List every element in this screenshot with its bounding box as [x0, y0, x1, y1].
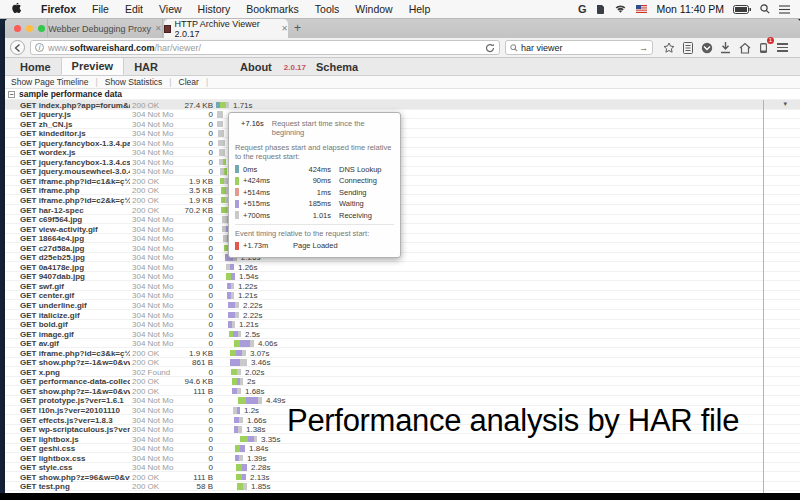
zoom-window-button[interactable] [38, 25, 45, 32]
table-row[interactable]: GET jquery.fancybox-1.3.4.css304 Not Mo0 [5, 157, 800, 167]
table-row[interactable]: GET c27d58a.jpg304 Not Mo03.11s [5, 243, 800, 253]
table-row[interactable]: GET jquery.fancybox-1.3.4.pack.js304 Not… [5, 138, 800, 148]
tab-webber-debugging-proxy[interactable]: Webber Debugging Proxy ✕ [47, 19, 163, 38]
waterfall-bar[interactable] [227, 292, 234, 299]
search-bar[interactable]: har viewer → [505, 40, 653, 55]
waterfall-bar[interactable] [234, 426, 242, 433]
waterfall-bar[interactable] [228, 312, 239, 319]
close-tab-icon[interactable]: ✕ [281, 24, 288, 33]
bookmark-star-icon[interactable] [662, 41, 675, 54]
waterfall-bar[interactable] [240, 436, 257, 443]
table-row[interactable]: GET kindeditor.js304 Not Mo0 [5, 129, 800, 139]
notification-center-icon[interactable] [779, 5, 790, 14]
table-row[interactable]: GET har-12-spec200 OK70.2 KB [5, 205, 800, 215]
table-row[interactable]: GET iframe.php?id=c3&k=ç¼éÈå¨200 OK1.9 K… [5, 348, 800, 358]
back-button[interactable] [10, 40, 25, 55]
waterfall-bar[interactable] [228, 321, 235, 328]
waterfall-bar[interactable] [220, 168, 227, 175]
home-icon[interactable] [738, 41, 751, 54]
close-window-button[interactable] [14, 25, 21, 32]
tab-about[interactable]: About [230, 59, 282, 75]
tab-http-archive-viewer[interactable]: HTTP Archive Viewer 2.0.17 ✕ [164, 19, 288, 38]
waterfall-bar[interactable] [218, 130, 224, 137]
table-row[interactable]: GET zh_CN.js304 Not Mo0 [5, 119, 800, 129]
toolbar-link-show-statistics[interactable]: Show Statistics [105, 77, 163, 87]
search-go-icon[interactable]: → [639, 43, 648, 53]
table-row[interactable]: GET bold.gif304 Not Mo01.21s [5, 320, 800, 330]
waterfall-bar[interactable] [234, 417, 243, 424]
waterfall-bar[interactable] [220, 178, 228, 185]
new-tab-button[interactable]: + [294, 21, 301, 35]
menu-item-edit[interactable]: Edit [117, 3, 151, 15]
spotlight-search-icon[interactable] [760, 4, 770, 14]
table-row[interactable]: GET iframe.php?id=c1&k=ç¼éÈå¨200 OK1.9 K… [5, 176, 800, 186]
minimize-window-button[interactable] [26, 25, 33, 32]
menu-bar-clock[interactable]: Mon 11:40 PM [656, 3, 724, 15]
table-row[interactable]: GET 18664e4.jpg304 Not Mo01.26s [5, 234, 800, 244]
menu-item-view[interactable]: View [151, 3, 190, 15]
downloads-icon[interactable] [719, 41, 732, 54]
menu-item-file[interactable]: File [84, 3, 117, 15]
menu-item-history[interactable]: History [190, 3, 239, 15]
table-row[interactable]: GET italicize.gif304 Not Mo02.22s [5, 310, 800, 320]
battery-menu-icon[interactable] [733, 5, 751, 14]
toolbar-link-show-page-timeline[interactable]: Show Page Timeline [11, 77, 89, 87]
close-tab-icon[interactable]: ✕ [155, 24, 162, 33]
apple-menu-icon[interactable] [12, 3, 23, 16]
table-row[interactable]: GET c69f564.jpg304 Not Mo0 [5, 215, 800, 225]
waterfall-bar[interactable] [226, 264, 234, 271]
waterfall-bar[interactable] [229, 331, 241, 338]
pocket-icon[interactable] [700, 41, 713, 54]
collapse-icon[interactable]: − [8, 91, 15, 98]
reading-list-icon[interactable] [681, 41, 694, 54]
waterfall-bar[interactable] [235, 445, 245, 452]
tab-schema[interactable]: Schema [306, 59, 368, 75]
table-row[interactable]: GET iframe.php?id=c2&k=ç¼éÈå¨200 OK1.9 K… [5, 195, 800, 205]
table-row[interactable]: GET test.png200 OK58 B1.85s [5, 482, 800, 492]
table-row[interactable]: GET index.php?app=forum&act=tl200 OK27.4… [5, 100, 800, 110]
waterfall-bar[interactable] [226, 273, 235, 280]
table-row[interactable]: GET iframe.php200 OK3.5 KB [5, 186, 800, 196]
table-row[interactable]: GET underline.gif304 Not Mo02.22s [5, 300, 800, 310]
menu-item-firefox[interactable]: Firefox [33, 3, 84, 15]
evernote-menu-icon[interactable] [595, 4, 605, 15]
table-row[interactable]: GET style.css304 Not Mo02.28s [5, 463, 800, 473]
waterfall-bar[interactable] [236, 464, 247, 471]
waterfall-bar[interactable] [219, 159, 226, 166]
waterfall-bar[interactable] [230, 350, 246, 357]
waterfall-bar[interactable] [232, 388, 241, 395]
reload-icon[interactable] [485, 43, 495, 53]
row-options-dropdown-icon[interactable]: ▾ [783, 100, 787, 108]
table-row[interactable]: GET center.gif304 Not Mo01.21s [5, 291, 800, 301]
table-row[interactable]: GET lightbox.css304 Not Mo01.39s [5, 453, 800, 463]
waterfall-bar[interactable] [235, 455, 243, 462]
menu-hamburger-icon[interactable] [776, 41, 789, 54]
tab-preview[interactable]: Preview [61, 57, 125, 75]
tab-home[interactable]: Home [10, 59, 61, 75]
table-row[interactable]: GET 9407dab.jpg304 Not Mo01.54s [5, 272, 800, 282]
site-info-icon[interactable]: i [35, 43, 44, 52]
waterfall-bar[interactable] [219, 149, 225, 156]
waterfall-bar[interactable] [217, 111, 223, 118]
menu-item-bookmarks[interactable]: Bookmarks [238, 3, 307, 15]
waterfall-bar[interactable] [232, 378, 243, 385]
url-bar[interactable]: i www.softwareishard.com/har/viewer/ [30, 40, 500, 55]
waterfall-bar[interactable] [237, 483, 247, 490]
table-row[interactable]: GET jquery.mousewheel-3.0.4.pac304 Not M… [5, 167, 800, 177]
table-row[interactable]: GET show.php?z=96&w=0&vwidtl200 OK111 B2… [5, 472, 800, 482]
waterfall-bar[interactable] [218, 140, 225, 147]
search-input[interactable]: har viewer [521, 43, 563, 53]
waterfall-bar[interactable] [227, 283, 234, 290]
waterfall-bar[interactable] [228, 302, 239, 309]
sync-share-icon[interactable]: 1 [757, 41, 770, 54]
waterfall-bar[interactable] [217, 121, 223, 128]
table-row[interactable]: GET view-activity.gif304 Not Mo01.09s [5, 224, 800, 234]
table-row[interactable]: GET 0a4178e.jpg304 Not Mo01.26s [5, 262, 800, 272]
table-row[interactable]: GET jquery.js304 Not Mo0 [5, 110, 800, 120]
menu-item-window[interactable]: Window [347, 3, 400, 15]
table-row[interactable]: GET performance-data-collection200 OK94.… [5, 377, 800, 387]
table-row[interactable]: GET x.png302 Found02.02s [5, 367, 800, 377]
wifi-menu-icon[interactable] [614, 4, 627, 14]
table-row[interactable]: GET wordex.js304 Not Mo0 [5, 148, 800, 158]
menu-item-tools[interactable]: Tools [307, 3, 348, 15]
